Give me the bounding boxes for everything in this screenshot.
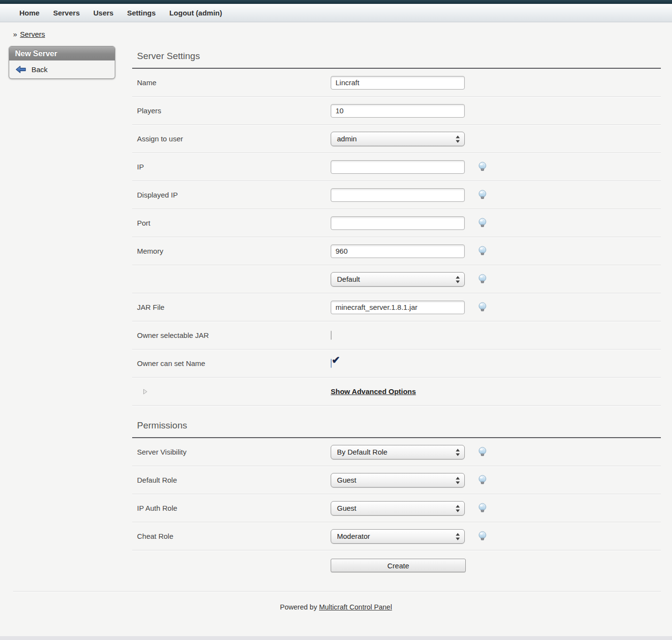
memory-type-select[interactable]: Default [331, 272, 465, 287]
nav-item-home[interactable]: Home [13, 4, 46, 22]
lightbulb-icon[interactable] [478, 475, 487, 485]
ip-auth-role-row: IP Auth Role Guest [132, 494, 661, 522]
server-settings-section-header: Server Settings [132, 38, 661, 69]
owner-can-set-name-row: Owner can set Name ✔ [132, 350, 661, 378]
ip-row: IP [132, 153, 661, 181]
displayed-ip-row: Displayed IP [132, 181, 661, 209]
up-down-stepper-icon [456, 276, 460, 283]
cheat-role-label: Cheat Role [137, 532, 331, 540]
ip-label: IP [137, 163, 331, 171]
assign-to-user-value: admin [337, 135, 357, 143]
advanced-options-row: Show Advanced Options [132, 378, 661, 406]
ip-input[interactable] [331, 160, 465, 174]
lightbulb-icon[interactable] [478, 447, 487, 457]
up-down-stepper-icon [456, 136, 460, 143]
main-navbar: Home Servers Users Settings Logout (admi… [0, 4, 672, 22]
players-label: Players [137, 107, 331, 115]
nav-item-users[interactable]: Users [87, 4, 121, 22]
lightbulb-icon[interactable] [478, 218, 487, 228]
default-role-value: Guest [337, 476, 356, 484]
memory-row: Memory [132, 237, 661, 265]
cheat-role-row: Cheat Role Moderator [132, 522, 661, 550]
jar-type-row: Default [132, 265, 661, 293]
owner-selectable-jar-row: Owner selectable JAR ✔ [132, 321, 661, 350]
sidebar-panel: New Server Back [9, 46, 115, 79]
footer: Powered by Multicraft Control Panel [0, 592, 672, 616]
owner-can-set-name-checkbox[interactable]: ✔ [331, 359, 332, 368]
up-down-stepper-icon [456, 505, 460, 512]
jar-file-input[interactable] [331, 301, 465, 314]
default-role-select[interactable]: Guest [331, 473, 465, 488]
show-advanced-options-link[interactable]: Show Advanced Options [331, 387, 416, 396]
displayed-ip-label: Displayed IP [137, 191, 331, 199]
permissions-section-header: Permissions [132, 406, 661, 438]
cheat-role-value: Moderator [337, 532, 370, 540]
breadcrumb-symbol: » [13, 30, 17, 38]
server-settings-title: Server Settings [137, 51, 661, 61]
checkmark-icon: ✔ [332, 355, 340, 365]
ip-auth-role-select[interactable]: Guest [331, 501, 465, 516]
nav-item-settings[interactable]: Settings [120, 4, 162, 22]
up-down-stepper-icon [456, 477, 460, 484]
lightbulb-icon[interactable] [478, 302, 487, 312]
ip-auth-role-label: IP Auth Role [137, 504, 331, 512]
name-label: Name [137, 78, 331, 87]
breadcrumb-servers-link[interactable]: Servers [20, 30, 45, 38]
bottom-edge-bar [0, 636, 672, 640]
default-role-label: Default Role [137, 476, 331, 484]
main-content: Server Settings Name Players Assign to u… [132, 38, 661, 580]
ip-auth-role-value: Guest [337, 504, 356, 512]
back-button[interactable]: Back [9, 61, 115, 78]
owner-selectable-jar-label: Owner selectable JAR [137, 331, 331, 339]
nav-item-servers[interactable]: Servers [46, 4, 87, 22]
server-visibility-label: Server Visibility [137, 448, 331, 456]
server-visibility-value: By Default Role [337, 448, 387, 456]
displayed-ip-input[interactable] [331, 188, 465, 202]
port-row: Port [132, 209, 661, 237]
nav-item-logout[interactable]: Logout (admin) [163, 4, 229, 22]
right-triangle-icon[interactable] [143, 389, 331, 395]
breadcrumb: »Servers [13, 30, 672, 38]
lightbulb-icon[interactable] [478, 531, 487, 541]
cheat-role-select[interactable]: Moderator [331, 529, 465, 544]
port-input[interactable] [331, 216, 465, 230]
name-input[interactable] [331, 76, 465, 90]
players-row: Players [132, 97, 661, 125]
create-button[interactable]: Create [331, 559, 466, 572]
sidebar-title: New Server [9, 46, 115, 61]
owner-selectable-jar-checkbox[interactable]: ✔ [331, 331, 332, 340]
assign-user-label: Assign to user [137, 135, 331, 143]
lightbulb-icon[interactable] [478, 190, 487, 200]
back-label: Back [31, 65, 47, 74]
multicraft-link[interactable]: Multicraft Control Panel [319, 603, 392, 611]
assign-user-row: Assign to user admin [132, 125, 661, 153]
memory-type-value: Default [337, 275, 360, 283]
assign-to-user-select[interactable]: admin [331, 132, 465, 146]
lightbulb-icon[interactable] [478, 503, 487, 513]
players-input[interactable] [331, 104, 465, 118]
memory-input[interactable] [331, 244, 465, 258]
jar-file-label: JAR File [137, 303, 331, 311]
memory-label: Memory [137, 247, 331, 255]
up-down-stepper-icon [456, 449, 460, 456]
permissions-title: Permissions [137, 420, 661, 431]
default-role-row: Default Role Guest [132, 466, 661, 494]
lightbulb-icon[interactable] [478, 274, 487, 284]
up-down-stepper-icon [456, 533, 460, 540]
powered-by-text: Powered by [280, 603, 319, 611]
owner-can-set-name-label: Owner can set Name [137, 359, 331, 367]
port-label: Port [137, 219, 331, 227]
jar-file-row: JAR File [132, 293, 661, 321]
server-visibility-row: Server Visibility By Default Role [132, 438, 661, 466]
name-row: Name [132, 69, 661, 97]
server-visibility-select[interactable]: By Default Role [331, 445, 465, 459]
submit-row: Create [132, 550, 661, 580]
lightbulb-icon[interactable] [478, 162, 487, 172]
left-arrow-icon [15, 65, 26, 74]
lightbulb-icon[interactable] [478, 246, 487, 256]
